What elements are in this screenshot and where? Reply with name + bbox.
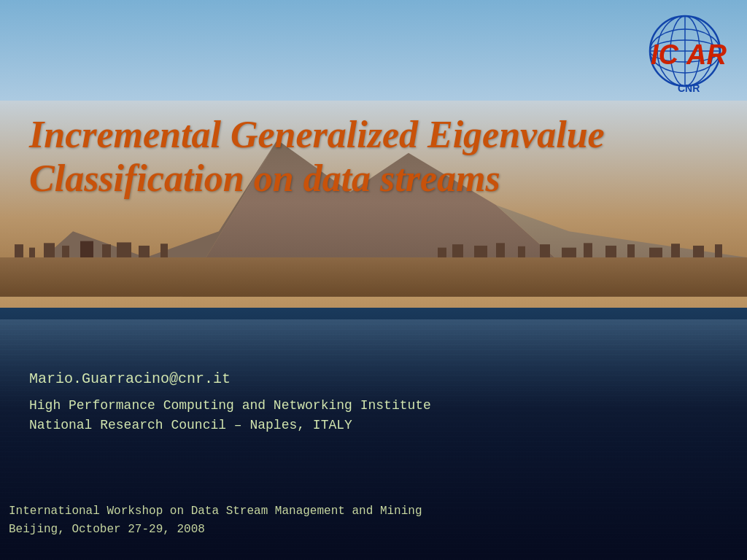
svg-rect-15 xyxy=(452,244,463,257)
svg-rect-5 xyxy=(15,244,23,257)
svg-rect-10 xyxy=(102,244,111,257)
svg-rect-24 xyxy=(649,248,662,257)
svg-rect-27 xyxy=(715,244,722,257)
svg-rect-12 xyxy=(139,246,150,257)
svg-rect-6 xyxy=(29,248,35,257)
institution-line2: National Research Council – Naples, ITAL… xyxy=(29,418,352,432)
svg-rect-8 xyxy=(62,246,69,257)
svg-rect-14 xyxy=(438,248,446,257)
svg-rect-22 xyxy=(605,246,616,257)
slide: IC AR CNR Incremental Generalized Eigenv… xyxy=(0,0,747,560)
svg-rect-23 xyxy=(627,244,635,257)
svg-rect-4 xyxy=(0,257,747,297)
svg-text:IC: IC xyxy=(651,39,679,70)
conference-info: International Workshop on Data Stream Ma… xyxy=(9,502,422,540)
conference-container: International Workshop on Data Stream Ma… xyxy=(9,502,422,540)
logo-container: IC AR CNR xyxy=(638,13,732,101)
svg-rect-17 xyxy=(496,244,505,258)
author-container: Mario.Guarracino@cnr.it High Performance… xyxy=(29,370,431,435)
icar-cnr-logo: IC AR CNR xyxy=(638,13,732,101)
slide-title: Incremental Generalized Eigenvalue Class… xyxy=(29,113,630,201)
svg-rect-25 xyxy=(671,244,680,257)
svg-rect-18 xyxy=(518,246,525,257)
svg-text:CNR: CNR xyxy=(678,82,700,94)
svg-rect-16 xyxy=(474,246,487,257)
svg-rect-13 xyxy=(160,244,168,257)
author-email: Mario.Guarracino@cnr.it xyxy=(29,370,431,387)
author-affiliation: High Performance Computing and Networkin… xyxy=(29,396,431,435)
svg-rect-19 xyxy=(540,244,550,257)
title-container: Incremental Generalized Eigenvalue Class… xyxy=(29,113,630,201)
svg-text:AR: AR xyxy=(686,39,727,70)
institution-line1: High Performance Computing and Networkin… xyxy=(29,398,431,413)
conference-line1: International Workshop on Data Stream Ma… xyxy=(9,505,422,518)
svg-rect-7 xyxy=(44,244,55,258)
svg-rect-20 xyxy=(562,248,576,257)
svg-rect-21 xyxy=(584,244,592,258)
svg-rect-9 xyxy=(80,241,93,257)
conference-line2: Beijing, October 27-29, 2008 xyxy=(9,523,205,536)
svg-rect-26 xyxy=(693,246,704,257)
svg-rect-11 xyxy=(117,243,131,258)
